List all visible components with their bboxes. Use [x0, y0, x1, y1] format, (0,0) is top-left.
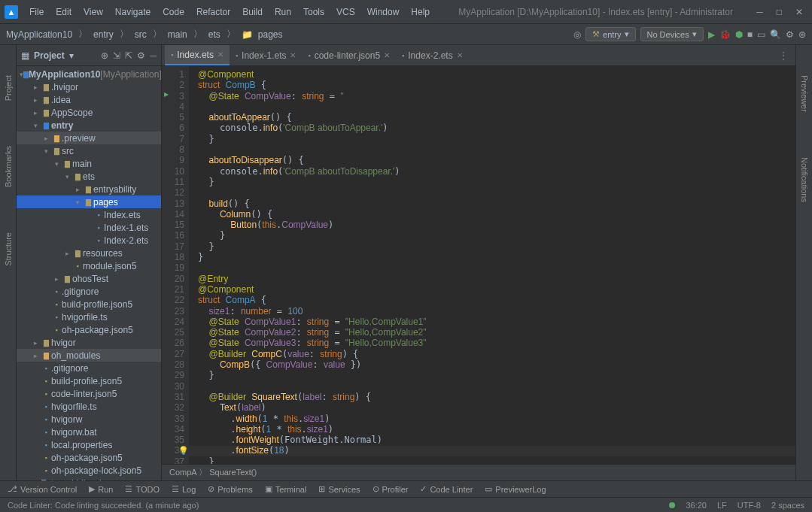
tree-item-entryability[interactable]: ▸▇ entryability: [17, 183, 161, 195]
locate-icon[interactable]: ⊕: [101, 50, 108, 61]
tree-item-myapplication10[interactable]: ▾▇ MyApplication10 [MyApplication]: [17, 68, 161, 80]
tree-item-ets[interactable]: ▾▇ ets: [17, 170, 161, 183]
tree-item-module-json5[interactable]: ▪ module.json5: [17, 259, 161, 272]
tool-problems[interactable]: ⊘Problems: [208, 484, 252, 494]
tree-item-external-libraries[interactable]: ▸▇ External Libraries: [17, 477, 161, 480]
tool-services[interactable]: ⊞Services: [318, 484, 360, 494]
stop-icon[interactable]: ■: [747, 29, 753, 40]
tree-item--idea[interactable]: ▸▇ .idea: [17, 93, 161, 106]
tool-version-control[interactable]: ⎇Version Control: [8, 484, 77, 494]
crumb-MyApplication10[interactable]: MyApplication10: [6, 29, 72, 40]
close-tab-icon[interactable]: ✕: [384, 51, 390, 59]
tree-item-oh-modules[interactable]: ▸▇ oh_modules: [17, 349, 161, 362]
tree-item-entry[interactable]: ▾▇ entry: [17, 119, 161, 132]
coverage-icon[interactable]: ⬢: [735, 29, 743, 40]
project-tree[interactable]: ▾▇ MyApplication10 [MyApplication]▸▇ .hv…: [17, 66, 161, 480]
tree-item-hvigorw[interactable]: ▪ hvigorw: [17, 413, 161, 426]
rail-project[interactable]: Project: [4, 75, 13, 101]
target-icon[interactable]: ◎: [573, 29, 581, 40]
crumb-main[interactable]: main: [168, 29, 187, 40]
close-icon[interactable]: ✕: [795, 7, 803, 17]
tool-run[interactable]: ▶Run: [89, 484, 113, 494]
tree-item-code-linter-json5[interactable]: ▪ code-linter.json5: [17, 387, 161, 400]
rail-notifications[interactable]: Notifications: [800, 157, 809, 202]
device-manager-icon[interactable]: ▭: [757, 29, 765, 40]
menu-edit[interactable]: Edit: [50, 5, 77, 20]
tab-code-linter-json5[interactable]: ▪code-linter.json5✕: [302, 45, 396, 65]
tree-item-oh-package-lock-json5[interactable]: ▪ oh-package-lock.json5: [17, 464, 161, 477]
tree-item-hvigorfile-ts[interactable]: ▪ hvigorfile.ts: [17, 400, 161, 413]
tree-item-ohostest[interactable]: ▸▇ ohosTest: [17, 272, 161, 285]
tree-item-hvigorfile-ts[interactable]: ▪ hvigorfile.ts: [17, 311, 161, 323]
tree-item--hvigor[interactable]: ▸▇ .hvigor: [17, 80, 161, 93]
tree-item-index-2-ets[interactable]: ▪ Index-2.ets: [17, 234, 161, 247]
menu-code[interactable]: Code: [157, 5, 190, 20]
close-tab-icon[interactable]: ✕: [457, 51, 463, 59]
maximize-icon[interactable]: □: [777, 7, 782, 17]
tree-item-oh-package-json5[interactable]: ▪ oh-package.json5: [17, 451, 161, 464]
tree-item-build-profile-json5[interactable]: ▪ build-profile.json5: [17, 298, 161, 311]
run-gutter-icon[interactable]: ▶: [164, 91, 169, 98]
tree-item-index-1-ets[interactable]: ▪ Index-1.ets: [17, 221, 161, 234]
tree-item--gitignore[interactable]: ▪ .gitignore: [17, 285, 161, 298]
tree-item-hvigor[interactable]: ▸▇ hvigor: [17, 336, 161, 349]
tree-item-index-ets[interactable]: ▪ Index.ets: [17, 208, 161, 221]
status-utf8[interactable]: UTF-8: [737, 501, 761, 510]
menu-refactor[interactable]: Refactor: [191, 5, 236, 20]
tab-index-2-ets[interactable]: ▪Index-2.ets✕: [396, 45, 469, 65]
menu-vcs[interactable]: VCS: [331, 5, 360, 20]
gear-icon[interactable]: ⚙: [786, 29, 794, 40]
tool-log[interactable]: ☰Log: [172, 484, 196, 494]
minimize-icon[interactable]: ─: [756, 7, 763, 17]
tree-item-pages[interactable]: ▾▇ pages: [17, 195, 161, 208]
tree-item--preview[interactable]: ▸▇ .preview: [17, 132, 161, 144]
menu-help[interactable]: Help: [406, 5, 435, 20]
tree-item-oh-package-json5[interactable]: ▪ oh-package.json5: [17, 323, 161, 336]
status-lf[interactable]: LF: [717, 501, 727, 510]
tab-index-1-ets[interactable]: ▪Index-1.ets✕: [230, 45, 303, 65]
tree-item-build-profile-json5[interactable]: ▪ build-profile.json5: [17, 374, 161, 387]
tree-item-appscope[interactable]: ▸▇ AppScope: [17, 106, 161, 119]
close-tab-icon[interactable]: ✕: [290, 51, 296, 59]
menu-file[interactable]: File: [24, 5, 49, 20]
tool-code-linter[interactable]: ✓Code Linter: [420, 484, 473, 494]
crumb-src[interactable]: src: [135, 29, 147, 40]
tabs-more-icon[interactable]: ⋮: [779, 50, 795, 61]
tree-item-local-properties[interactable]: ▪ local.properties: [17, 438, 161, 451]
debug-icon[interactable]: 🐞: [719, 29, 731, 40]
search-icon[interactable]: 🔍: [770, 29, 781, 40]
chevron-down-icon[interactable]: ▾: [69, 50, 74, 61]
run-icon[interactable]: ▶: [708, 29, 715, 40]
rail-bookmarks[interactable]: Bookmarks: [4, 146, 13, 187]
rail-structure[interactable]: Structure: [4, 232, 13, 266]
menu-navigate[interactable]: Navigate: [110, 5, 156, 20]
structure-breadcrumb[interactable]: CompA 〉 SquareText(): [162, 464, 795, 480]
code-content[interactable]: @Component struct CompB { @State CompVal…: [189, 66, 795, 464]
close-tab-icon[interactable]: ✕: [217, 50, 224, 59]
expand-icon[interactable]: ⇲: [113, 50, 120, 61]
menu-build[interactable]: Build: [237, 5, 268, 20]
gear-icon[interactable]: ⚙: [137, 50, 145, 61]
menu-view[interactable]: View: [78, 5, 108, 20]
code-editor[interactable]: 1234567891011121314151617181920212223242…: [162, 66, 795, 464]
run-config-selector[interactable]: ⚒ entry ▾: [585, 27, 635, 41]
device-selector[interactable]: No Devices ▾: [640, 27, 704, 41]
crumb-pages[interactable]: pages: [258, 29, 283, 40]
tool-todo[interactable]: ☰TODO: [125, 484, 160, 494]
sync-icon[interactable]: ⊛: [798, 29, 806, 40]
status-3620[interactable]: 36:20: [686, 501, 707, 510]
menu-window[interactable]: Window: [362, 5, 405, 20]
intention-bulb-icon[interactable]: 💡: [178, 446, 189, 456]
tree-item-hvigorw-bat[interactable]: ▪ hvigorw.bat: [17, 426, 161, 438]
tree-item-main[interactable]: ▾▇ main: [17, 157, 161, 170]
crumb-ets[interactable]: ets: [208, 29, 220, 40]
tree-item-src[interactable]: ▾▇ src: [17, 144, 161, 157]
hide-icon[interactable]: ─: [150, 50, 157, 61]
rail-previewer[interactable]: Previewer: [800, 75, 809, 112]
tab-index-ets[interactable]: ▪Index.ets✕: [165, 45, 230, 65]
tool-profiler[interactable]: ⊙Profiler: [373, 484, 409, 494]
tool-terminal[interactable]: ▣Terminal: [265, 484, 307, 494]
tree-item-resources[interactable]: ▸▇ resources: [17, 247, 161, 259]
status-2spaces[interactable]: 2 spaces: [771, 501, 804, 510]
menu-run[interactable]: Run: [269, 5, 297, 20]
